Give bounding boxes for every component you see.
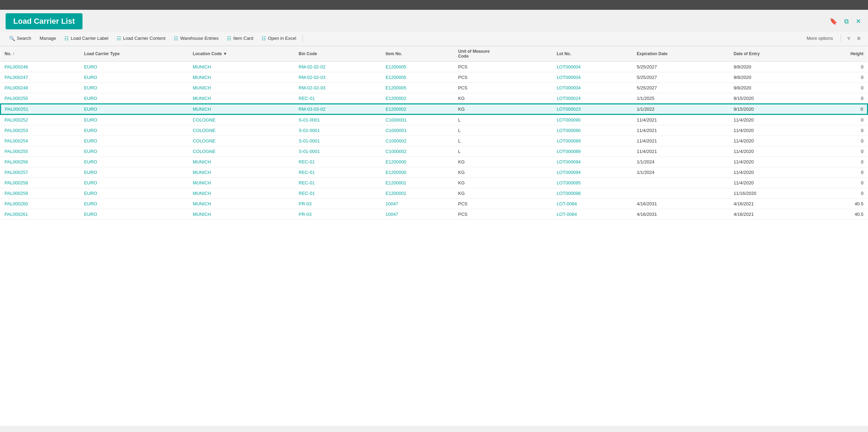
col-location-code[interactable]: Location Code ▼ [188,46,294,62]
table-row[interactable]: PAL000256EUROMUNICHREC-01E1200000KGLOT00… [0,157,868,167]
col-bin-code[interactable]: Bin Code [294,46,381,62]
table-cell: PAL000255 [0,146,80,157]
table-cell: PAL000257 [0,167,80,178]
table-cell: E1200005 [381,83,454,93]
col-load-carrier-type[interactable]: Load Carrier Type [80,46,188,62]
table-cell: 9/8/2020 [729,62,815,72]
close-button[interactable]: ✕ [854,16,862,27]
table-cell: EURO [80,72,188,83]
table-cell: 9/8/2020 [729,83,815,93]
table-cell: 9/8/2020 [729,72,815,83]
col-no[interactable]: No. ↑ [0,46,80,62]
table-cell [632,178,729,188]
table-cell: RM-02-02-03 [294,72,381,83]
table-cell: PCS [454,62,553,72]
manage-label: Manage [40,36,56,41]
popout-button[interactable]: ⧉ [843,16,850,27]
table-container[interactable]: No. ↑ Load Carrier Type Location Code ▼ … [0,46,868,426]
col-item-no[interactable]: Item No. [381,46,454,62]
toolbar: 🔍 Search Manage ☷ Load Carrier Label ☷ L… [0,32,868,46]
col-date-of-entry[interactable]: Date of Entry [729,46,815,62]
bookmark-button[interactable]: 🔖 [828,16,839,27]
table-row[interactable]: PAL000252EUROCOLOGNES-01-0001C1000001LLO… [0,115,868,125]
table-cell: E1200005 [381,72,454,83]
warehouse-entries-button[interactable]: ☷ Warehouse Entries [170,34,222,43]
table-cell: LOT000094 [552,167,632,178]
table-row[interactable]: PAL000248EUROMUNICHRM-02-02-03E1200005PC… [0,83,868,93]
column-chooser-button[interactable]: ≡ [855,34,862,43]
table-cell: MUNICH [188,104,294,115]
table-row[interactable]: PAL000247EUROMUNICHRM-02-02-03E1200005PC… [0,72,868,83]
table-cell: S-01-0001 [294,146,381,157]
table-cell: LOT000098 [552,188,632,199]
table-cell: 0 [815,157,868,167]
table-cell: RM-02-02-02 [294,62,381,72]
table-row[interactable]: PAL000254EUROCOLOGNES-01-0001C1000002LLO… [0,136,868,146]
table-cell: LOT000004 [552,62,632,72]
table-cell: 11/4/2020 [729,115,815,125]
table-cell: COLOGNE [188,115,294,125]
col-uom-code[interactable]: Unit of MeasureCode [454,46,553,62]
table-cell: C1000001 [381,115,454,125]
table-cell: KG [454,157,553,167]
toolbar-separator [302,34,303,43]
table-cell: REC-01 [294,188,381,199]
warehouse-entries-icon: ☷ [174,36,178,41]
table-cell: C1000001 [381,125,454,136]
col-expiration-date[interactable]: Expiration Date [632,46,729,62]
more-options-button[interactable]: More options [803,34,837,43]
table-cell: REC-01 [294,93,381,104]
table-cell: 4/16/2021 [729,209,815,220]
app-container: Load Carrier List 🔖 ⧉ ✕ 🔍 Search Manage … [0,10,868,432]
table-cell: S-01-0001 [294,136,381,146]
table-row[interactable]: PAL000257EUROMUNICHREC-01E1200000KGLOT00… [0,167,868,178]
search-button[interactable]: 🔍 Search [6,34,35,43]
table-cell: LOT000089 [552,136,632,146]
col-height[interactable]: Height [815,46,868,62]
table-cell: PCS [454,199,553,209]
manage-button[interactable]: Manage [36,34,59,43]
col-lot-no[interactable]: Lot No. [552,46,632,62]
table-row[interactable]: PAL000246EUROMUNICHRM-02-02-02E1200005PC… [0,62,868,72]
table-cell: PCS [454,83,553,93]
table-cell: S-01-0001 [294,125,381,136]
table-cell: LOT000090 [552,125,632,136]
item-card-button[interactable]: ☷ Item Card [223,34,257,43]
table-cell: MUNICH [188,167,294,178]
table-cell: PAL000246 [0,62,80,72]
table-cell: PCS [454,72,553,83]
table-cell: EURO [80,209,188,220]
table-header: No. ↑ Load Carrier Type Location Code ▼ … [0,46,868,62]
table-cell: L [454,146,553,157]
table-cell: 5/25/2027 [632,72,729,83]
table-row[interactable]: PAL000250EUROMUNICHREC-01E1200002KGLOT00… [0,93,868,104]
table-cell: 0 [815,72,868,83]
table-row[interactable]: PAL000259EUROMUNICHREC-01E1200001KGLOT00… [0,188,868,199]
filter-button[interactable]: ▿ [845,34,852,43]
bookmark-icon: 🔖 [830,18,837,25]
open-in-excel-button[interactable]: ☷ Open in Excel [258,34,300,43]
table-cell: PAL000253 [0,125,80,136]
table-cell: E1200002 [381,104,454,115]
table-cell: EURO [80,178,188,188]
table-row[interactable]: PAL000260EUROMUNICHPR-0310047PCSLOT-0084… [0,199,868,209]
table-cell: 9/15/2020 [729,104,815,115]
table-row[interactable]: PAL000261EUROMUNICHPR-0310047PCSLOT-0084… [0,209,868,220]
table-cell: LOT000090 [552,115,632,125]
title-bar: Load Carrier List 🔖 ⧉ ✕ [0,10,868,32]
table-cell: 0 [815,178,868,188]
load-carrier-label-button[interactable]: ☷ Load Carrier Label [61,34,112,43]
toolbar-separator-2 [841,34,841,43]
table-cell [632,188,729,199]
table-cell: L [454,125,553,136]
table-cell: 0 [815,125,868,136]
table-cell: 11/4/2020 [729,167,815,178]
table-row[interactable]: PAL000253EUROCOLOGNES-01-0001C1000001LLO… [0,125,868,136]
table-row[interactable]: PAL000255EUROCOLOGNES-01-0001C1000002LLO… [0,146,868,157]
table-cell: RM-03-03-02 [294,104,381,115]
table-cell: EURO [80,125,188,136]
table-cell: MUNICH [188,209,294,220]
load-carrier-content-button[interactable]: ☷ Load Carrier Content [113,34,169,43]
table-row[interactable]: PAL000258EUROMUNICHREC-01E1200001KGLOT00… [0,178,868,188]
table-row[interactable]: PAL000251EUROMUNICHRM-03-03-02E1200002KG… [0,104,868,115]
